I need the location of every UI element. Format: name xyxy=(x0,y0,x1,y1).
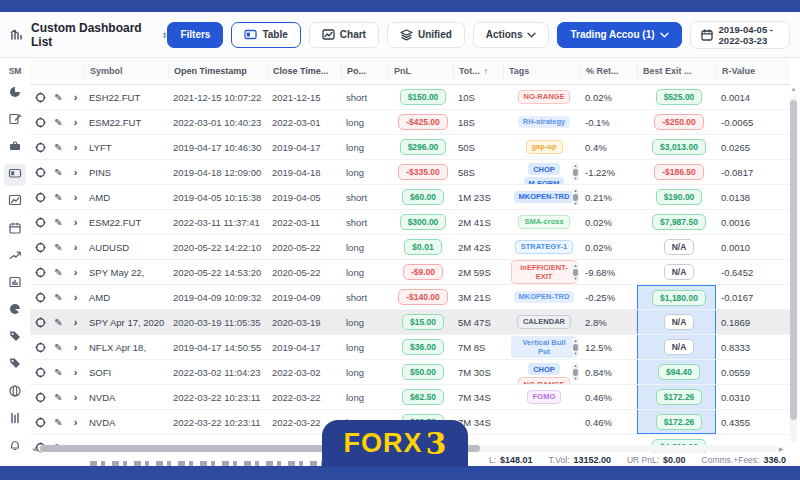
sidebar-item-journal[interactable] xyxy=(4,110,26,132)
header-cell-r-value[interactable]: R-Value xyxy=(716,64,766,78)
table-row[interactable]: ✎ › NFLX Apr 18, 2019-04-17 14:50:55 201… xyxy=(30,335,790,360)
table-row[interactable]: ✎ › ESM22.FUT 2022-03-01 10:40:23 2022-0… xyxy=(30,110,790,135)
row-target-icon[interactable] xyxy=(30,235,50,259)
table-row[interactable]: ✎ › NVDA 2022-03-22 10:23:11 2022-03-22 … xyxy=(30,385,790,410)
scroll-up-arrow[interactable]: ▲ xyxy=(789,86,798,92)
header-cell-best-exit[interactable]: Best Exit ... xyxy=(637,64,716,78)
row-expand-chevron[interactable]: › xyxy=(67,235,84,259)
row-edit-icon[interactable]: ✎ xyxy=(50,160,67,184)
row-target-icon[interactable] xyxy=(30,160,50,184)
filters-button[interactable]: Filters xyxy=(167,22,223,48)
sidebar-item-dashboard[interactable] xyxy=(4,83,26,105)
row-target-icon[interactable] xyxy=(30,360,50,384)
sidebar-item-area-chart[interactable] xyxy=(4,191,26,213)
tab-table[interactable]: Table xyxy=(231,22,300,48)
tags-scrollbar[interactable]: ▲▼ xyxy=(572,263,579,281)
row-edit-icon[interactable]: ✎ xyxy=(50,310,67,334)
row-edit-icon[interactable]: ✎ xyxy=(50,360,67,384)
row-expand-chevron[interactable]: › xyxy=(67,210,84,234)
row-expand-chevron[interactable]: › xyxy=(67,310,84,334)
sidebar-item-performance[interactable] xyxy=(4,246,26,268)
row-edit-icon[interactable]: ✎ xyxy=(50,135,67,159)
table-row[interactable]: ✎ › ESH22.FUT 2021-12-15 10:07:22 2021-1… xyxy=(30,85,790,110)
header-cell-pct-return[interactable]: % Ret... xyxy=(580,64,637,78)
vertical-scroll-thumb[interactable] xyxy=(790,100,797,420)
cell-best-exit: $94.40 xyxy=(637,360,716,384)
tags-scrollbar[interactable]: ▲▼ xyxy=(572,363,579,381)
row-target-icon[interactable] xyxy=(30,310,50,334)
row-expand-chevron[interactable]: › xyxy=(67,110,84,134)
row-target-icon[interactable] xyxy=(30,410,50,434)
tab-chart[interactable]: Chart xyxy=(309,22,379,48)
row-edit-icon[interactable]: ✎ xyxy=(50,185,67,209)
row-target-icon[interactable] xyxy=(30,185,50,209)
sidebar-item-calendar[interactable] xyxy=(4,219,26,241)
row-edit-icon[interactable]: ✎ xyxy=(50,110,67,134)
table-row[interactable]: ✎ › LYFT 2019-04-17 10:46:30 2019-04-17 … xyxy=(30,135,790,160)
row-target-icon[interactable] xyxy=(30,135,50,159)
row-edit-icon[interactable]: ✎ xyxy=(50,235,67,259)
header-cell-tags[interactable]: Tags xyxy=(503,64,580,78)
sidebar-item-reports[interactable] xyxy=(4,273,26,295)
header-cell-open-timestamp[interactable]: Open Timestamp xyxy=(168,64,267,78)
header-cell-position[interactable]: Po... xyxy=(341,64,388,78)
header-cell-close-time[interactable]: Close Time... xyxy=(267,64,341,78)
tags-scrollbar[interactable]: ▲▼ xyxy=(572,338,579,356)
row-expand-chevron[interactable]: › xyxy=(67,85,84,109)
row-target-icon[interactable] xyxy=(30,110,50,134)
tab-unified[interactable]: Unified xyxy=(387,22,465,48)
row-expand-chevron[interactable]: › xyxy=(67,360,84,384)
table-row[interactable]: ✎ › PINS 2019-04-18 12:09:00 2019-04-18 … xyxy=(30,160,790,185)
row-expand-chevron[interactable]: › xyxy=(67,135,84,159)
row-expand-chevron[interactable]: › xyxy=(67,160,84,184)
row-edit-icon[interactable]: ✎ xyxy=(50,335,67,359)
date-range-picker[interactable]: 2019-04-05 - 2022-03-23 xyxy=(690,21,790,49)
row-edit-icon[interactable]: ✎ xyxy=(50,260,67,284)
row-edit-icon[interactable]: ✎ xyxy=(50,410,67,434)
scroll-left-arrow[interactable]: ◀ xyxy=(30,445,38,452)
vertical-scrollbar[interactable]: ▲ xyxy=(789,86,798,452)
tags-scrollbar[interactable]: ▲▼ xyxy=(572,188,579,206)
trading-account-dropdown[interactable]: Trading Accou (1) xyxy=(557,22,681,48)
sidebar-item-portfolio[interactable] xyxy=(4,137,26,159)
tags-scrollbar[interactable]: ▲▼ xyxy=(572,163,579,181)
row-target-icon[interactable] xyxy=(30,285,50,309)
row-target-icon[interactable] xyxy=(30,385,50,409)
header-cell-total[interactable]: Tot...↑ xyxy=(453,64,503,78)
cell-r-value: -0.0167 xyxy=(716,285,766,309)
table-row[interactable]: ✎ › AUDUSD 2020-05-22 14:22:10 2020-05-2… xyxy=(30,235,790,260)
sidebar-item-database[interactable] xyxy=(4,382,26,404)
table-row[interactable]: ✎ › SPY May 22, 2020-05-22 14:53:20 2020… xyxy=(30,260,790,285)
sidebar-item-settings[interactable] xyxy=(4,409,26,431)
scroll-right-arrow[interactable]: ▶ xyxy=(777,445,785,452)
row-expand-chevron[interactable]: › xyxy=(67,285,84,309)
row-expand-chevron[interactable]: › xyxy=(67,260,84,284)
header-cell-symbol[interactable]: Symbol xyxy=(84,64,168,78)
row-expand-chevron[interactable]: › xyxy=(67,385,84,409)
sidebar-item-table-view[interactable] xyxy=(4,164,26,186)
row-edit-icon[interactable]: ✎ xyxy=(50,85,67,109)
sidebar-item-more[interactable] xyxy=(4,436,26,458)
row-target-icon[interactable] xyxy=(30,210,50,234)
cell-pct-return: 0.4% xyxy=(580,135,637,159)
row-edit-icon[interactable]: ✎ xyxy=(50,285,67,309)
table-row[interactable]: ✎ › AMD 2019-04-05 10:15:38 2019-04-05 s… xyxy=(30,185,790,210)
table-row[interactable]: ✎ › AMD 2019-04-09 10:09:32 2019-04-09 s… xyxy=(30,285,790,310)
row-edit-icon[interactable]: ✎ xyxy=(50,210,67,234)
header-cell-pnl[interactable]: PnL xyxy=(388,64,453,78)
user-initials: SM xyxy=(9,66,22,76)
row-expand-chevron[interactable]: › xyxy=(67,185,84,209)
row-expand-chevron[interactable]: › xyxy=(67,410,84,434)
table-row[interactable]: ✎ › SPY Apr 17, 2020 2020-03-19 11:05:35… xyxy=(30,310,790,335)
row-edit-icon[interactable]: ✎ xyxy=(50,385,67,409)
row-target-icon[interactable] xyxy=(30,260,50,284)
sidebar-item-analytics[interactable] xyxy=(4,300,26,322)
sidebar-item-tags[interactable] xyxy=(4,327,26,349)
table-row[interactable]: ✎ › SOFI 2022-03-02 11:04:23 2022-03-02 … xyxy=(30,360,790,385)
table-row[interactable]: ✎ › ESM22.FUT 2022-03-11 11:37:41 2022-0… xyxy=(30,210,790,235)
row-target-icon[interactable] xyxy=(30,335,50,359)
row-expand-chevron[interactable]: › xyxy=(67,335,84,359)
row-target-icon[interactable] xyxy=(30,85,50,109)
sidebar-item-labels[interactable] xyxy=(4,354,26,376)
actions-button[interactable]: Actions xyxy=(473,22,550,48)
